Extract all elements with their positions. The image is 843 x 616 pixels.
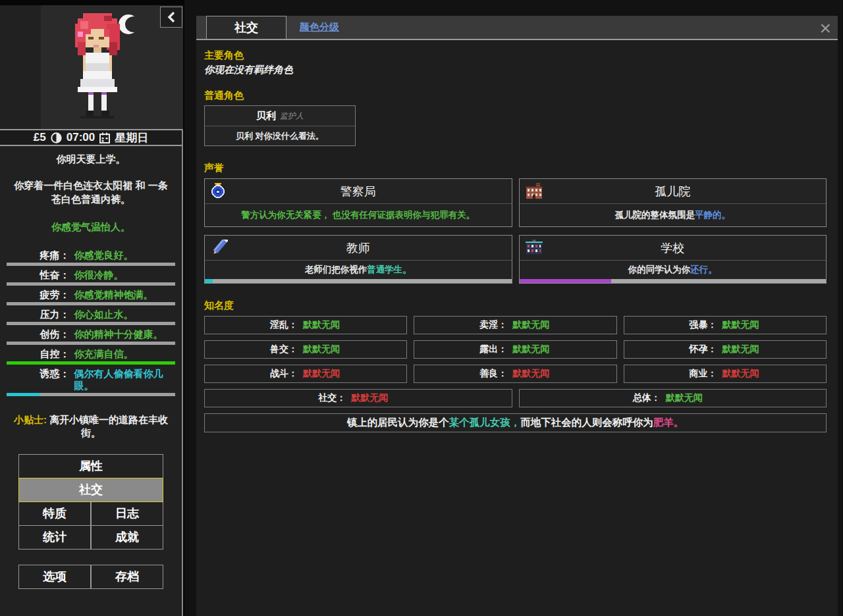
character-sprite: [65, 11, 130, 126]
fame-cell-promiscuity: 淫乱： 默默无闻: [204, 316, 407, 334]
sidebar-button-journal[interactable]: 日志: [91, 501, 163, 526]
fame-grid-wide: 社交： 默默无闻 总体： 默默无闻: [204, 389, 827, 407]
sidebar-button-achievements[interactable]: 成就: [91, 525, 163, 550]
heading-main-characters: 主要角色: [204, 49, 827, 62]
stat-bar-arousal: [7, 282, 175, 286]
sidebar-button-options[interactable]: 选项: [18, 565, 91, 589]
reputation-card-orphanage: 孤儿院 孤儿院的整体氛围是 平静的。: [519, 178, 827, 227]
fame-cell-exhibitionism: 露出： 默默无闻: [414, 340, 616, 359]
sidebar-button-traits[interactable]: 特质: [18, 501, 91, 526]
panel-tabbar: 社交 颜色分级 ×: [196, 16, 838, 40]
heading-normal-characters: 普通角色: [204, 90, 827, 102]
reputation-title: 警察局: [340, 184, 376, 199]
reputation-card-police: 警察局 警方认为你无关紧要， 也没有任何证据表明你与犯罪有关。: [204, 178, 512, 227]
fame-cell-overall: 总体： 默默无闻: [519, 389, 827, 407]
stat-bar-trauma: [7, 342, 175, 345]
no-bonded-characters-text: 你现在没有羁绊角色: [204, 64, 827, 76]
teacher-reputation-bar: [205, 279, 512, 283]
collapse-sidebar-button[interactable]: [160, 7, 182, 28]
stat-bar-stress: [7, 322, 175, 325]
stat-list: 疼痛： 你感觉良好。 性奋： 你很冷静。 疲劳： 你感觉精神饱满。: [0, 249, 182, 396]
money-value[interactable]: £5: [34, 131, 46, 144]
fame-cell-pregnancy: 怀孕： 默默无闻: [624, 340, 827, 359]
heading-fame: 知名度: [204, 299, 827, 312]
npc-card-bailey[interactable]: 贝利 监护人 贝利 对你没什么看法。: [204, 105, 356, 146]
reputation-grid: 警察局 警方认为你无关紧要， 也没有任何证据表明你与犯罪有关。: [204, 178, 827, 284]
clock-icon: [51, 132, 62, 143]
temperature-status: 你感觉气温怡人。: [0, 220, 182, 234]
school-icon: [526, 240, 543, 254]
stat-pain: 疼痛： 你感觉良好。: [7, 249, 175, 261]
stat-bar-control: [7, 361, 175, 365]
school-reminder: 你明天要上学。: [0, 153, 182, 166]
time-value: 07:00: [67, 131, 95, 144]
character-viewport: [41, 5, 183, 129]
fame-summary: 镇上的居民认为你是个 某个孤儿女孩， 而地下社会的人则会称呼你为 肥羊。: [204, 413, 827, 432]
clothing-description: 你穿着一件白色连衣太阳裙 和 一条苍白色普通内裤。: [0, 179, 182, 206]
sidebar-button-attributes[interactable]: 属性: [18, 454, 163, 478]
orphanage-icon: [526, 183, 543, 199]
status-bar: £5 07:00 星期日: [0, 129, 182, 146]
chevron-left-icon: [167, 11, 176, 23]
npc-role: 监护人: [280, 111, 304, 122]
fame-cell-prostitution: 卖淫： 默默无闻: [414, 316, 616, 334]
stat-allure: 诱惑： 偶尔有人偷偷看你几眼。: [7, 368, 175, 392]
main-area: 社交 颜色分级 × 主要角色 你现在没有羁绊角色 普通角色 贝利 监护人 贝利 …: [184, 0, 843, 616]
sidebar-system-menu: 选项 存档: [18, 565, 163, 589]
tab-social[interactable]: 社交: [206, 16, 286, 39]
stat-bar-pain: [7, 263, 175, 266]
reputation-title: 学校: [661, 240, 684, 256]
sidebar-status-text: 你明天要上学。 你穿着一件白色连衣太阳裙 和 一条苍白色普通内裤。 你感觉气温怡…: [0, 149, 182, 589]
sidebar-menu: 属性 社交 特质 日志 统计 成就: [18, 455, 163, 550]
stat-bar-allure: [7, 393, 175, 396]
sidebar-button-social[interactable]: 社交: [18, 478, 163, 502]
fame-cell-kindness: 善良： 默默无闻: [414, 365, 616, 383]
calendar-icon: [99, 132, 110, 143]
fame-cell-social: 社交： 默默无闻: [204, 389, 512, 407]
tip-text: 小贴士: 离开小镇唯一的道路在丰收街。: [0, 413, 182, 440]
npc-card-header: 贝利 监护人: [205, 106, 355, 126]
stat-trauma: 创伤： 你的精神十分健康。: [7, 328, 175, 340]
app-root: £5 07:00 星期日 你明天要上学。 你穿着一件白色连衣太阳裙 和 一条苍白…: [0, 0, 843, 616]
fame-cell-rape: 强暴： 默默无闻: [624, 316, 827, 334]
fame-grid: 淫乱： 默默无闻 卖淫： 默默无闻 强暴： 默默无闻 兽交：: [204, 316, 827, 383]
reputation-title: 教师: [346, 240, 370, 256]
sidebar-button-saves[interactable]: 存档: [91, 565, 163, 589]
fame-cell-combat: 战斗： 默默无闻: [204, 365, 407, 383]
reputation-title: 孤儿院: [655, 184, 690, 199]
stat-fatigue: 疲劳： 你感觉精神饱满。: [7, 289, 175, 301]
stat-arousal: 性奋： 你很冷静。: [7, 269, 175, 281]
school-reputation-bar: [520, 279, 827, 283]
police-badge-icon: [211, 183, 225, 200]
heading-reputation: 声誉: [204, 162, 827, 174]
reputation-card-teachers: 教师 老师们把你视作 普通学生。: [204, 235, 512, 284]
reputation-card-school: 学校 你的同学认为你 还行。: [519, 235, 827, 284]
sidebar-button-statistics[interactable]: 统计: [18, 525, 91, 550]
close-icon[interactable]: ×: [819, 16, 831, 40]
day-value: 星期日: [115, 130, 148, 145]
panel-content: 主要角色 你现在没有羁绊角色 普通角色 贝利 监护人 贝利 对你没什么看法。 声…: [196, 40, 838, 432]
stat-control: 自控： 你充满自信。: [7, 348, 175, 360]
pencil-icon: [211, 240, 228, 257]
stat-bar-fatigue: [7, 302, 175, 305]
sidebar: £5 07:00 星期日 你明天要上学。 你穿着一件白色连衣太阳裙 和 一条苍白…: [0, 5, 183, 616]
npc-name: 贝利: [256, 110, 276, 122]
npc-opinion: 贝利 对你没什么看法。: [205, 126, 355, 145]
stat-stress: 压力： 你心如止水。: [7, 309, 175, 321]
social-panel: 社交 颜色分级 × 主要角色 你现在没有羁绊角色 普通角色 贝利 监护人 贝利 …: [196, 16, 838, 616]
fame-cell-business: 商业： 默默无闻: [624, 365, 827, 383]
tab-color-grading[interactable]: 颜色分级: [286, 16, 339, 39]
fame-cell-bestiality: 兽交： 默默无闻: [204, 340, 407, 359]
